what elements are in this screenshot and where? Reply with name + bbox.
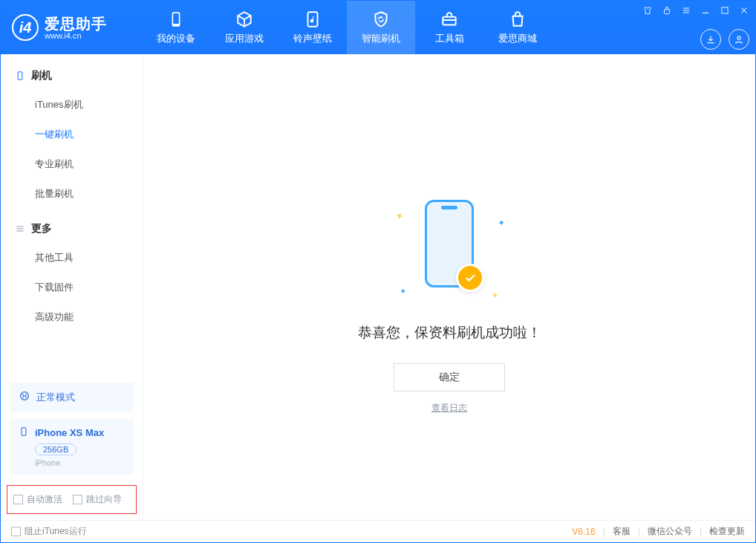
toolbox-icon [440, 10, 459, 29]
auto-activate-checkbox[interactable]: 自动激活 [13, 493, 62, 506]
nav-smart-flash[interactable]: 智能刷机 [347, 1, 415, 54]
body: 刷机 iTunes刷机 一键刷机 专业刷机 批量刷机 更多 其他工具 下载固件 … [1, 54, 755, 520]
tshirt-icon[interactable] [641, 4, 654, 17]
cube-icon [235, 10, 254, 29]
main-content: ✦ ✦ ✦ ✦ 恭喜您，保资料刷机成功啦！ 确定 查看日志 [143, 54, 755, 520]
status-link-wechat[interactable]: 微信公众号 [648, 525, 692, 538]
menu-icon[interactable] [680, 4, 693, 17]
block-itunes-checkbox[interactable]: 阻止iTunes运行 [11, 525, 87, 538]
account-button[interactable] [729, 29, 749, 50]
more-icon [14, 224, 25, 235]
device-icon [14, 71, 25, 82]
checkbox-icon [13, 495, 23, 504]
checkbox-label: 自动激活 [27, 493, 62, 506]
maximize-button[interactable] [718, 4, 731, 17]
nav-label: 我的设备 [157, 32, 195, 45]
logo-text: 爱思助手 www.i4.cn [45, 16, 107, 40]
nav-toolbox[interactable]: 工具箱 [415, 1, 483, 54]
sidebar-item-oneclick-flash[interactable]: 一键刷机 [1, 120, 143, 149]
sidebar-item-batch-flash[interactable]: 批量刷机 [1, 179, 143, 209]
flash-options-highlight: 自动激活 跳过向导 [7, 485, 137, 514]
phone-icon [166, 10, 186, 29]
svg-rect-7 [18, 72, 22, 80]
sparkle-icon: ✦ [394, 209, 405, 224]
brand-name: 爱思助手 [45, 16, 107, 32]
nav-my-device[interactable]: 我的设备 [142, 1, 210, 54]
nav-label: 智能刷机 [362, 32, 400, 45]
brand-url: www.i4.cn [45, 32, 107, 40]
nav-store[interactable]: 爱思商城 [483, 1, 552, 54]
nav-label: 工具箱 [435, 32, 464, 45]
svg-point-6 [737, 36, 740, 39]
nav-label: 应用游戏 [225, 32, 264, 45]
svg-rect-11 [22, 428, 26, 436]
checkbox-icon [73, 495, 82, 504]
mode-icon [19, 390, 30, 404]
skip-guide-checkbox[interactable]: 跳过向导 [73, 493, 122, 506]
sidebar-group-flash: 刷机 [1, 62, 143, 90]
titlebar: i4 爱思助手 www.i4.cn 我的设备 应用游戏 铃声壁纸 智能刷机 [1, 1, 755, 54]
sidebar-item-pro-flash[interactable]: 专业刷机 [1, 149, 143, 179]
version-label: V8.16 [572, 527, 595, 537]
checkbox-icon [11, 527, 21, 536]
status-link-update[interactable]: 检查更新 [709, 525, 745, 538]
note-file-icon [303, 10, 322, 29]
nav-label: 铃声壁纸 [293, 32, 332, 45]
view-log-link[interactable]: 查看日志 [431, 402, 467, 414]
success-illustration: ✦ ✦ ✦ ✦ [386, 195, 512, 307]
shield-refresh-icon [371, 10, 391, 29]
header-right-actions [700, 29, 749, 50]
logo-block: i4 爱思助手 www.i4.cn [1, 1, 142, 54]
device-phone-icon [19, 426, 29, 439]
checkbox-label: 阻止iTunes运行 [25, 525, 87, 538]
svg-rect-3 [443, 17, 455, 25]
sidebar-item-advanced[interactable]: 高级功能 [1, 302, 143, 332]
close-button[interactable] [737, 4, 751, 17]
bag-icon [508, 10, 527, 29]
sidebar-item-other-tools[interactable]: 其他工具 [1, 243, 143, 273]
success-check-badge-icon [456, 264, 484, 292]
device-type: iPhone [35, 458, 125, 467]
download-button[interactable] [700, 29, 721, 50]
sparkle-icon: ✦ [490, 290, 500, 302]
window-controls [641, 4, 751, 17]
sparkle-icon: ✦ [398, 286, 408, 297]
device-card[interactable]: iPhone XS Max 256GB iPhone [10, 419, 134, 475]
ok-button[interactable]: 确定 [394, 363, 505, 391]
sidebar-item-itunes-flash[interactable]: iTunes刷机 [1, 90, 143, 120]
minimize-button[interactable] [699, 4, 712, 17]
sidebar: 刷机 iTunes刷机 一键刷机 专业刷机 批量刷机 更多 其他工具 下载固件 … [1, 54, 143, 520]
svg-point-10 [25, 396, 27, 397]
mode-label: 正常模式 [36, 391, 75, 404]
app-window: i4 爱思助手 www.i4.cn 我的设备 应用游戏 铃声壁纸 智能刷机 [0, 0, 756, 543]
nav-label: 爱思商城 [498, 32, 537, 45]
lock-icon[interactable] [660, 4, 674, 17]
nav-apps-games[interactable]: 应用游戏 [210, 1, 278, 54]
device-name: iPhone XS Max [35, 427, 104, 438]
sidebar-item-download-firmware[interactable]: 下载固件 [1, 273, 143, 302]
svg-rect-4 [665, 10, 670, 14]
sparkle-icon: ✦ [497, 217, 506, 229]
nav-ringtone-wallpaper[interactable]: 铃声壁纸 [278, 1, 347, 54]
checkbox-label: 跳过向导 [86, 493, 122, 506]
main-nav: 我的设备 应用游戏 铃声壁纸 智能刷机 工具箱 爱思商城 [142, 1, 552, 54]
device-capacity: 256GB [35, 443, 76, 455]
statusbar: 阻止iTunes运行 V8.16 | 客服 | 微信公众号 | 检查更新 [1, 520, 755, 542]
svg-point-9 [22, 394, 24, 396]
success-message: 恭喜您，保资料刷机成功啦！ [358, 323, 541, 342]
status-link-support[interactable]: 客服 [613, 525, 630, 538]
sidebar-group-title: 刷机 [31, 69, 52, 82]
sidebar-group-title: 更多 [31, 222, 52, 235]
svg-rect-1 [173, 13, 179, 24]
sidebar-group-more: 更多 [1, 215, 143, 243]
svg-rect-5 [722, 7, 728, 13]
device-mode-badge[interactable]: 正常模式 [10, 383, 134, 412]
logo-icon: i4 [12, 14, 39, 41]
